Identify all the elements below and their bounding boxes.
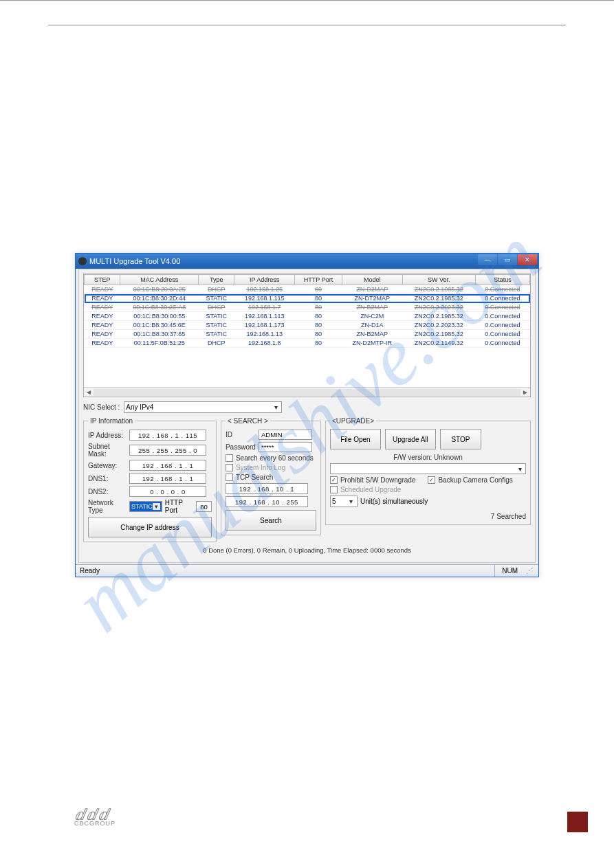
fw-version-label: F/W version: Unknown [330, 454, 526, 461]
device-table-container[interactable]: STEPMAC AddressTypeIP AddressHTTP PortMo… [83, 274, 531, 397]
column-header[interactable]: STEP [85, 275, 120, 285]
table-row[interactable]: READY00:1C:B8:20:0A:25DHCP192.168.1.2580… [85, 285, 530, 294]
gateway-label: Gateway: [88, 462, 127, 469]
table-cell: 0.Connected [475, 294, 529, 303]
table-cell: 00:11:5F:0B:51:25 [120, 339, 199, 348]
ip-address-input[interactable]: 192 . 168 . 1 . 115 [129, 430, 206, 441]
column-header[interactable]: MAC Address [120, 275, 199, 285]
http-port-label: HTTP Port [165, 499, 193, 514]
page-corner-badge [567, 812, 588, 832]
nic-select[interactable]: Any IPv4 ▾ [124, 401, 282, 413]
horizontal-scrollbar[interactable]: ◄ ► [84, 387, 530, 397]
table-cell: STATIC [199, 312, 234, 321]
http-port-input[interactable]: 80 [196, 501, 212, 512]
column-header[interactable]: SW Ver. [402, 275, 475, 285]
change-ip-button[interactable]: Change IP address [88, 517, 212, 537]
stop-button[interactable]: STOP [440, 429, 481, 449]
table-cell: ZN-B2MAP [342, 303, 402, 312]
table-cell: 0.Connected [475, 321, 529, 330]
gateway-input[interactable]: 192 . 168 . 1 . 1 [129, 460, 206, 471]
column-header[interactable]: Status [475, 275, 529, 285]
table-cell: 192.168.1.25 [234, 285, 295, 294]
password-input[interactable]: ***** [259, 442, 312, 452]
prohibit-downgrade-checkbox[interactable] [330, 476, 338, 484]
document-page: manualshive.com MULTI Upgrade Tool V4.00… [0, 0, 614, 868]
column-header[interactable]: HTTP Port [295, 275, 342, 285]
table-cell: ZN-D2MAP [342, 285, 402, 294]
table-row[interactable]: READY00:1C:B8:30:37:65STATIC192.168.1.13… [85, 330, 530, 339]
table-cell: DHCP [199, 339, 234, 348]
tcp-from-input[interactable]: 192 . 168 . 10 . 1 [226, 483, 308, 494]
table-cell: ZN-D1A [342, 321, 402, 330]
search-every-60-label: Search every 60 seconds [236, 454, 314, 462]
table-cell: READY [85, 312, 120, 321]
table-cell: 0.Connected [475, 330, 529, 339]
table-cell: ZN-DT2MAP [342, 294, 402, 303]
progress-status: 0 Done (0 Errors), 0 Remain, 0 Uploading… [83, 546, 531, 554]
chevron-down-icon: ▾ [153, 503, 160, 510]
search-button[interactable]: Search [226, 510, 316, 531]
tcp-search-checkbox[interactable] [226, 474, 233, 481]
id-input[interactable]: ADMIN [259, 430, 312, 440]
system-info-log-checkbox[interactable] [226, 464, 233, 471]
window-title: MULTI Upgrade Tool V4.00 [89, 257, 180, 265]
backup-configs-checkbox[interactable] [428, 476, 435, 484]
window-minimize-button[interactable]: — [478, 254, 497, 265]
table-cell: READY [85, 294, 120, 303]
password-label: Password [226, 443, 256, 451]
simultaneous-units-select[interactable]: 5▾ [330, 496, 358, 507]
app-icon [78, 257, 87, 265]
table-cell: READY [85, 285, 120, 294]
table-cell: 80 [295, 321, 342, 330]
table-row[interactable]: READY00:11:5F:0B:51:25DHCP192.168.1.880Z… [85, 339, 530, 348]
scroll-right-icon[interactable]: ► [520, 388, 530, 396]
titlebar[interactable]: MULTI Upgrade Tool V4.00 — ▭ ✕ [76, 254, 538, 269]
table-cell: STATIC [199, 321, 234, 330]
table-cell: 192.168.1.115 [234, 294, 295, 303]
scroll-track[interactable] [94, 389, 520, 396]
column-header[interactable]: Type [199, 275, 234, 285]
table-cell: 00:1C:B8:30:00:55 [120, 312, 199, 321]
dns2-input[interactable]: 0 . 0 . 0 . 0 [129, 486, 206, 497]
table-cell: DHCP [199, 285, 234, 294]
table-cell: 80 [295, 330, 342, 339]
table-row[interactable]: READY00:1C:B8:30:2E:A8DHCP192.168.1.780Z… [85, 303, 530, 312]
table-cell: 80 [295, 312, 342, 321]
search-group: < SEARCH > ID ADMIN Password ***** Searc… [221, 417, 321, 535]
table-cell: 80 [295, 294, 342, 303]
scheduled-upgrade-checkbox[interactable] [330, 486, 338, 493]
dns1-input[interactable]: 192 . 168 . 1 . 1 [129, 473, 206, 484]
table-cell: 00:1C:B8:30:2E:A8 [120, 303, 199, 312]
search-every-60-checkbox[interactable] [226, 454, 233, 462]
chevron-down-icon: ▾ [347, 498, 355, 505]
column-header[interactable]: IP Address [234, 275, 295, 285]
table-cell: DHCP [199, 303, 234, 312]
table-cell: ZN2C0.2.1985.32 [402, 312, 475, 321]
file-open-button[interactable]: File Open [330, 429, 381, 449]
upgrade-all-button[interactable]: Upgrade All [385, 429, 436, 449]
resize-grip-icon[interactable]: ⋰ [525, 567, 534, 575]
table-row[interactable]: READY00:1C:B8:30:45:6ESTATIC192.168.1.17… [85, 321, 530, 330]
scroll-left-icon[interactable]: ◄ [84, 388, 94, 396]
nic-label: NIC Select : [83, 403, 120, 411]
table-row[interactable]: READY00:1C:B8:30:00:55STATIC192.168.1.11… [85, 312, 530, 321]
table-header-row[interactable]: STEPMAC AddressTypeIP AddressHTTP PortMo… [85, 275, 530, 285]
table-cell: 192.168.1.173 [234, 321, 295, 330]
table-cell: 80 [295, 339, 342, 348]
system-info-log-label: System Info Log [236, 464, 285, 471]
id-label: ID [226, 431, 256, 438]
table-row[interactable]: READY00:1C:B8:30:2D:44STATIC192.168.1.11… [85, 294, 530, 303]
subnet-mask-input[interactable]: 255 . 255 . 255 . 0 [129, 445, 206, 456]
app-window: MULTI Upgrade Tool V4.00 — ▭ ✕ STEPMAC A… [75, 253, 539, 577]
window-close-button[interactable]: ✕ [518, 254, 537, 265]
table-cell: 80 [295, 285, 342, 294]
table-cell: ZN-D2MTP-IR [342, 339, 402, 348]
network-type-select[interactable]: STATIC▾ [129, 501, 162, 512]
nic-select-value: Any IPv4 [126, 403, 153, 411]
tcp-to-input[interactable]: 192 . 168 . 10 . 255 [226, 496, 308, 507]
table-cell: 192.168.1.7 [234, 303, 295, 312]
column-header[interactable]: Model [342, 275, 402, 285]
table-cell: READY [85, 339, 120, 348]
window-maximize-button[interactable]: ▭ [498, 254, 517, 265]
firmware-select[interactable]: ▾ [330, 463, 526, 474]
